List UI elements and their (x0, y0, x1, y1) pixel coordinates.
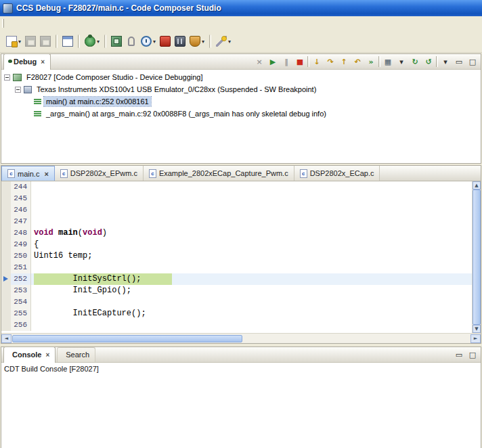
tab-console[interactable]: Console × (3, 346, 56, 363)
toolbar-separator[interactable] (56, 35, 58, 48)
step-into-button[interactable]: ↓ (311, 55, 323, 68)
memory-button[interactable] (173, 34, 188, 49)
editor-vertical-scrollbar[interactable] (472, 181, 481, 333)
editor-tab-dsp2802x-epwm-c[interactable]: DSP2802x_EPwm.c (55, 166, 144, 181)
refresh-button[interactable]: ↻ (409, 55, 421, 68)
title-bar[interactable]: CCS Debug - F28027/main.c - Code Compose… (0, 0, 482, 16)
step-over-button[interactable]: ↷ (324, 55, 336, 68)
editor-line[interactable]: 244 (1, 181, 472, 193)
menu-item[interactable] (26, 22, 35, 25)
editor-line[interactable]: 253 Init_Gpio(); (1, 285, 472, 296)
editor-line[interactable]: 254 (1, 296, 472, 308)
marker-ruler-cell[interactable] (1, 204, 11, 216)
scroll-left-icon[interactable] (1, 334, 12, 343)
close-icon[interactable]: × (44, 170, 48, 178)
toolbar-grip[interactable] (2, 19, 4, 28)
menu-item[interactable] (7, 22, 16, 25)
maximize-button[interactable]: □ (466, 349, 479, 361)
editor-tab-example-2802xecap-capture-pwm-c[interactable]: Example_2802xECap_Capture_Pwm.c (144, 166, 294, 181)
dropdown-arrow-icon[interactable]: ▾ (153, 39, 156, 45)
cup-button[interactable]: ▾ (188, 34, 206, 49)
marker-ruler-cell[interactable] (1, 273, 11, 285)
marker-ruler-cell[interactable] (1, 250, 11, 262)
debug-toolbar-separator[interactable] (307, 56, 309, 67)
editor-line[interactable]: 246 (1, 204, 472, 216)
dropdown-arrow-icon[interactable]: ▾ (18, 39, 21, 45)
menu-item[interactable] (54, 22, 64, 25)
dropdown-arrow-icon[interactable]: ▾ (202, 39, 204, 45)
menu-item[interactable] (45, 22, 54, 25)
profile-clock-button[interactable]: ▾ (139, 34, 158, 49)
horizontal-scrollbar-thumb[interactable] (12, 335, 242, 342)
editor-line[interactable]: 252 InitSysCtrl(); (1, 273, 472, 285)
menu-item[interactable] (83, 22, 92, 25)
terminate-all-button[interactable]: × (253, 55, 265, 68)
marker-ruler-cell[interactable] (1, 181, 11, 193)
drop-to-frame-button[interactable]: ↶ (351, 55, 364, 68)
debug-button[interactable]: ▾ (83, 34, 102, 49)
view-menu-button[interactable]: ▾ (439, 55, 452, 68)
editor-line[interactable]: 245 (1, 193, 472, 204)
collapse-toggle-icon[interactable] (4, 74, 10, 81)
marker-ruler-cell[interactable] (1, 216, 11, 227)
marker-ruler-cell[interactable] (1, 296, 11, 308)
marker-ruler-cell[interactable] (1, 285, 11, 296)
instruction-step-button[interactable]: » (365, 55, 377, 68)
debug-launch-tree[interactable]: F28027 [Code Composer Studio - Device De… (1, 70, 481, 163)
debug-toolbar-separator[interactable] (436, 56, 438, 67)
editor-tab-dsp2802x-ecap-c[interactable]: DSP2802x_ECap.c (294, 166, 380, 181)
debug-tree-row-project[interactable]: F28027 [Code Composer Studio - Device De… (1, 71, 481, 83)
step-return-button[interactable]: ↑ (338, 55, 350, 68)
editor-line[interactable]: 251 (1, 262, 472, 273)
minimize-button[interactable]: ▭ (453, 349, 465, 361)
editor-line[interactable]: 250 Uint16 temp; (1, 250, 472, 262)
save-button[interactable] (23, 34, 38, 49)
minimize-button[interactable]: ▭ (453, 55, 465, 68)
marker-ruler-cell[interactable] (1, 227, 11, 239)
marker-ruler-cell[interactable] (1, 193, 11, 204)
scroll-right-icon[interactable] (470, 334, 481, 343)
editor-tab-main-c[interactable]: main.c × (1, 166, 55, 181)
marker-ruler-cell[interactable] (1, 308, 11, 319)
restart-button[interactable]: ↺ (422, 55, 435, 68)
editor-line[interactable]: 247 (1, 216, 472, 227)
editor-line[interactable]: 249 { (1, 239, 472, 250)
code-area[interactable]: 244 245 246 247 248 void main(void) 249 … (1, 181, 472, 333)
editor-line[interactable]: 255 InitECapture(); (1, 308, 472, 319)
vertical-scrollbar-thumb[interactable] (473, 189, 481, 325)
editor-line[interactable]: 248 void main(void) (1, 227, 472, 239)
assembly-mode-button[interactable]: ▦ (382, 55, 394, 68)
menu-item[interactable] (35, 22, 45, 25)
marker-ruler-cell[interactable] (1, 319, 11, 331)
target-config-button[interactable] (109, 34, 124, 49)
menu-item[interactable] (64, 22, 73, 25)
toolbar-separator[interactable] (78, 35, 80, 48)
menu-arrow-icon[interactable]: ▾ (395, 55, 408, 68)
resume-button[interactable]: ▶ (267, 55, 279, 68)
tab-search[interactable]: Search (57, 347, 95, 362)
wand-button[interactable]: ▾ (214, 34, 233, 49)
editor-line[interactable]: 256 (1, 319, 472, 331)
dropdown-arrow-icon[interactable]: ▾ (228, 39, 231, 45)
collapse-toggle-icon[interactable] (15, 87, 21, 93)
dropdown-arrow-icon[interactable]: ▾ (97, 39, 100, 45)
terminate-button[interactable]: ■ (294, 55, 306, 68)
menu-item[interactable] (16, 22, 26, 25)
open-perspective-button[interactable] (60, 34, 75, 49)
maximize-button[interactable]: □ (466, 55, 479, 68)
toolbar-separator[interactable] (209, 35, 211, 48)
scroll-down-icon[interactable] (473, 325, 481, 333)
close-icon[interactable]: × (41, 58, 45, 66)
pin-button[interactable] (124, 34, 139, 49)
tab-debug[interactable]: Debug × (3, 53, 51, 70)
new-button[interactable]: ▾ (4, 34, 23, 49)
toolbar-separator[interactable] (104, 35, 106, 48)
flash-button[interactable] (158, 34, 173, 49)
suspend-button[interactable]: ‖ (280, 55, 292, 68)
marker-ruler-cell[interactable] (1, 262, 11, 273)
marker-ruler-cell[interactable] (1, 239, 11, 250)
debug-tree-row-device[interactable]: Texas Instruments XDS100v1 USB Emulator_… (1, 83, 481, 95)
debug-tree-row-frame-main[interactable]: main() at main.c:252 0x008161 (1, 95, 481, 108)
debug-toolbar-separator[interactable] (378, 56, 380, 67)
save-all-button[interactable] (38, 34, 53, 49)
